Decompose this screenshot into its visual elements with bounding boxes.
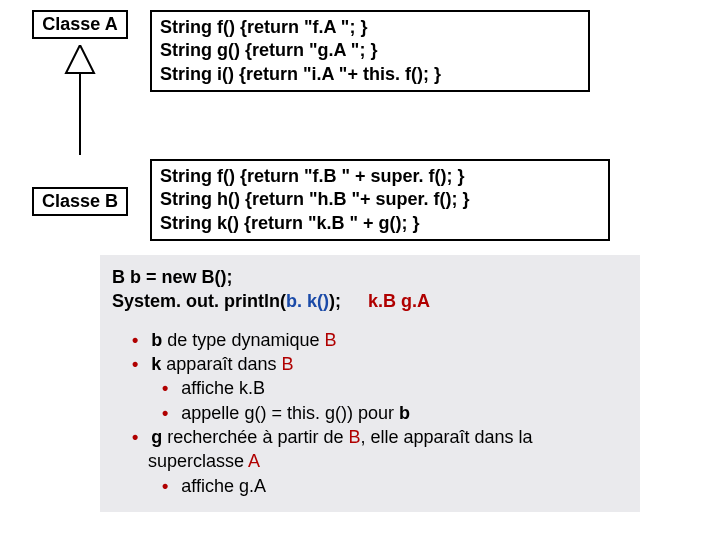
bullet-5-classB: B (348, 427, 360, 447)
class-b-methods: String f() {return "f.B " + super. f(); … (150, 159, 710, 241)
class-a-left: Classe A (10, 10, 150, 155)
bullet-5b-classA: A (248, 451, 260, 471)
eval-call-post: ); (329, 291, 341, 311)
bullet-3: • affiche k.B (162, 376, 628, 400)
bullet-5: • g recherchée à partir de B, elle appar… (132, 425, 628, 449)
class-b-row: Classe B String f() {return "f.B " + sup… (10, 159, 710, 241)
bullet-5b-text: superclasse (148, 451, 248, 471)
bullet-4-text: appelle g() = this. g()) pour (181, 403, 399, 423)
bullet-5-g: g (151, 427, 162, 447)
eval-call-arg: b. k() (286, 291, 329, 311)
bullet-6: • affiche g.A (162, 474, 628, 498)
bullet-2-classB: B (281, 354, 293, 374)
class-b-left: Classe B (10, 159, 150, 216)
inheritance-arrow (10, 45, 150, 155)
bullet-1-mid: de type dynamique (162, 330, 324, 350)
method-a-g: String g() {return "g.A "; } (160, 39, 580, 62)
bullet-5b: superclasse A (148, 449, 628, 473)
bullet-4: • appelle g() = this. g()) pour b (162, 401, 628, 425)
eval-output: k.B g.A (368, 291, 430, 311)
bullet-2: • k apparaît dans B (132, 352, 628, 376)
bullet-6-text: affiche g.A (181, 476, 266, 496)
bullet-dot-icon: • (162, 476, 168, 496)
class-a-row: Classe A String f() {return "f.A "; } St… (10, 10, 710, 155)
arrow-up-icon (62, 45, 98, 155)
eval-code: B b = new B(); System. out. println(b. k… (112, 265, 628, 314)
bullet-dot-icon: • (132, 330, 138, 350)
eval-call-pre: System. out. println( (112, 291, 286, 311)
bullet-1-classB: B (324, 330, 336, 350)
bullet-5-mid1: recherchée à partir de (162, 427, 348, 447)
eval-line2: System. out. println(b. k()); k.B g.A (112, 289, 628, 313)
method-b-f: String f() {return "f.B " + super. f(); … (160, 165, 600, 188)
bullet-dot-icon: • (132, 354, 138, 374)
svg-marker-0 (66, 45, 94, 73)
bullet-dot-icon: • (162, 403, 168, 423)
bullet-2-k: k (151, 354, 161, 374)
method-b-h: String h() {return "h.B "+ super. f(); } (160, 188, 600, 211)
bullet-dot-icon: • (132, 427, 138, 447)
class-a-box: Classe A (32, 10, 127, 39)
explanation-bullets: • b de type dynamique B • k apparaît dan… (112, 328, 628, 498)
class-b-box: Classe B (32, 187, 128, 216)
bullet-5-mid2: , elle apparaît dans la (360, 427, 532, 447)
bullet-2-mid: apparaît dans (161, 354, 281, 374)
method-a-i: String i() {return "i.A "+ this. f(); } (160, 63, 580, 86)
method-a-f: String f() {return "f.A "; } (160, 16, 580, 39)
eval-line1: B b = new B(); (112, 265, 628, 289)
bullet-3-text: affiche k.B (181, 378, 265, 398)
bullet-dot-icon: • (162, 378, 168, 398)
bullet-4-b: b (399, 403, 410, 423)
class-a-methods: String f() {return "f.A "; } String g() … (150, 10, 710, 92)
method-b-k: String k() {return "k.B " + g(); } (160, 212, 600, 235)
bullet-1: • b de type dynamique B (132, 328, 628, 352)
bullet-1-b: b (151, 330, 162, 350)
evaluation-box: B b = new B(); System. out. println(b. k… (100, 255, 640, 512)
